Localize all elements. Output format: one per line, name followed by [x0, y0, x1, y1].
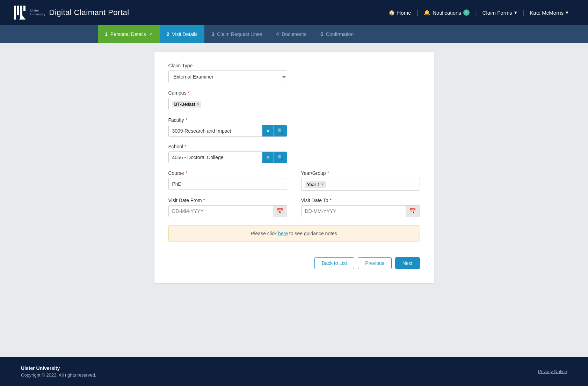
- course-group: Course *: [168, 170, 287, 191]
- claim-forms-nav-item[interactable]: Claim Forms ▾: [477, 9, 523, 16]
- notifications-nav-item[interactable]: 🔔 Notifications 0: [418, 9, 475, 16]
- logo-area: ▼ UlsterUniversity Digital Claimant Port…: [14, 6, 129, 20]
- claim-type-group: Claim Type External Examiner: [168, 63, 420, 83]
- footer-university-name: Ulster University: [21, 365, 96, 371]
- campus-label: Campus *: [168, 90, 420, 96]
- back-to-list-button[interactable]: Back to List: [314, 257, 354, 269]
- claim-type-select[interactable]: External Examiner: [168, 70, 287, 83]
- step-5[interactable]: 5 Confirmation: [313, 25, 361, 43]
- campus-required: *: [187, 90, 190, 96]
- step-4[interactable]: 4 Documents: [269, 25, 313, 43]
- step-3-label: Claim Request Lines: [217, 31, 262, 37]
- bell-icon: 🔔: [424, 9, 430, 16]
- year-group-label: Year/Group *: [301, 170, 420, 176]
- form-card: Claim Type External Examiner Campus * BT…: [154, 52, 434, 283]
- visit-date-to-wrap: 📅: [301, 205, 420, 217]
- campus-group: Campus * BT-Belfast ×: [168, 90, 420, 110]
- visit-date-from-wrap: 📅: [168, 205, 287, 217]
- year-group-tag-remove[interactable]: ×: [321, 182, 324, 187]
- guidance-link[interactable]: here: [278, 231, 288, 236]
- svg-marker-3: [19, 15, 26, 20]
- step-1[interactable]: 1 Personal Details ✓: [98, 25, 160, 43]
- step-5-num: 5: [320, 31, 323, 37]
- faculty-input[interactable]: [169, 125, 262, 136]
- year-group-tag-input[interactable]: Year 1 ×: [301, 178, 420, 191]
- visit-dates-row: Visit Date From * 📅 Visit Date To * 📅: [168, 198, 420, 217]
- claim-forms-label: Claim Forms: [482, 10, 512, 16]
- home-label: Home: [397, 10, 411, 16]
- visit-date-to-calendar-button[interactable]: 📅: [406, 206, 420, 217]
- next-button[interactable]: Next: [395, 257, 420, 269]
- footer: Ulster University Copyright © 2023. All …: [0, 357, 588, 386]
- form-actions: Back to List Previous Next: [168, 257, 420, 269]
- faculty-required: *: [184, 117, 187, 123]
- step-2-label: Visit Details: [172, 31, 198, 37]
- campus-tag: BT-Belfast ×: [172, 101, 201, 107]
- course-required: *: [184, 170, 187, 176]
- year-group-tag-value: Year 1: [307, 182, 320, 187]
- course-label: Course *: [168, 170, 287, 176]
- visit-date-to-label: Visit Date To *: [301, 198, 420, 203]
- footer-left: Ulster University Copyright © 2023. All …: [21, 365, 96, 378]
- step-1-label: Personal Details: [110, 31, 146, 37]
- step-5-label: Confirmation: [326, 31, 354, 37]
- faculty-group: Faculty * ✕ 🔍: [168, 117, 420, 137]
- school-clear-button[interactable]: ✕: [262, 152, 274, 163]
- visit-date-to-input[interactable]: [302, 206, 406, 217]
- year-group-group: Year/Group * Year 1 ×: [301, 170, 420, 191]
- faculty-search-button[interactable]: 🔍: [274, 125, 287, 136]
- guidance-suffix: to see guidance notes: [288, 231, 337, 236]
- svg-rect-0: [14, 6, 16, 20]
- visit-date-from-label: Visit Date From *: [168, 198, 287, 203]
- home-icon: 🏠: [389, 9, 395, 16]
- university-sub-label: UlsterUniversity: [30, 9, 46, 16]
- course-year-row: Course * Year/Group * Year 1 ×: [168, 170, 420, 191]
- claim-type-label: Claim Type: [168, 63, 420, 68]
- step-2[interactable]: 2 Visit Details: [160, 25, 205, 43]
- logo-text-area: UlsterUniversity: [30, 9, 46, 16]
- notification-badge: 0: [463, 9, 470, 16]
- campus-tag-remove[interactable]: ×: [196, 102, 199, 106]
- footer-copyright: Copyright © 2023. All rights reserved.: [21, 372, 96, 378]
- step-3[interactable]: 3 Claim Request Lines: [204, 25, 269, 43]
- main-content: Claim Type External Examiner Campus * BT…: [0, 43, 588, 357]
- step-2-num: 2: [167, 31, 169, 37]
- step-4-label: Documents: [282, 31, 306, 37]
- previous-button[interactable]: Previous: [358, 257, 391, 269]
- visit-date-from-input[interactable]: [169, 206, 273, 217]
- svg-text:▼: ▼: [17, 16, 19, 18]
- step-3-num: 3: [211, 31, 214, 37]
- visit-date-from-calendar-button[interactable]: 📅: [273, 206, 287, 217]
- faculty-input-group: ✕ 🔍: [168, 125, 287, 137]
- school-group: School * ✕ 🔍: [168, 144, 420, 163]
- faculty-label: Faculty *: [168, 117, 420, 123]
- school-label: School *: [168, 144, 420, 149]
- home-nav-item[interactable]: 🏠 Home: [383, 9, 417, 16]
- visit-date-from-group: Visit Date From * 📅: [168, 198, 287, 217]
- course-input[interactable]: [168, 178, 287, 190]
- portal-title: Digital Claimant Portal: [49, 8, 129, 17]
- step-4-num: 4: [276, 31, 279, 37]
- ulster-logo-icon: ▼: [14, 6, 27, 20]
- visit-from-required: *: [202, 198, 205, 203]
- campus-tag-value: BT-Belfast: [174, 102, 195, 107]
- school-required: *: [183, 144, 186, 149]
- faculty-clear-button[interactable]: ✕: [262, 125, 274, 136]
- year-group-tag: Year 1 ×: [305, 181, 326, 188]
- visit-to-required: *: [328, 198, 332, 203]
- notifications-label: Notifications: [433, 10, 461, 16]
- main-header: ▼ UlsterUniversity Digital Claimant Port…: [0, 0, 588, 25]
- user-chevron-icon: ▾: [566, 9, 568, 16]
- header-nav: 🏠 Home | 🔔 Notifications 0 | Claim Forms…: [383, 9, 574, 16]
- school-search-button[interactable]: 🔍: [274, 152, 287, 163]
- claim-forms-chevron-icon: ▾: [514, 9, 517, 16]
- user-nav-item[interactable]: Kate McMorris ▾: [524, 9, 574, 16]
- step-1-check: ✓: [149, 32, 153, 37]
- campus-tag-input[interactable]: BT-Belfast ×: [168, 98, 287, 110]
- guidance-text: Please click: [251, 231, 278, 236]
- year-group-required: *: [326, 170, 329, 176]
- form-divider: [168, 250, 420, 250]
- visit-date-to-group: Visit Date To * 📅: [301, 198, 420, 217]
- privacy-notice-link[interactable]: Privacy Notice: [538, 369, 567, 374]
- school-input[interactable]: [169, 152, 262, 163]
